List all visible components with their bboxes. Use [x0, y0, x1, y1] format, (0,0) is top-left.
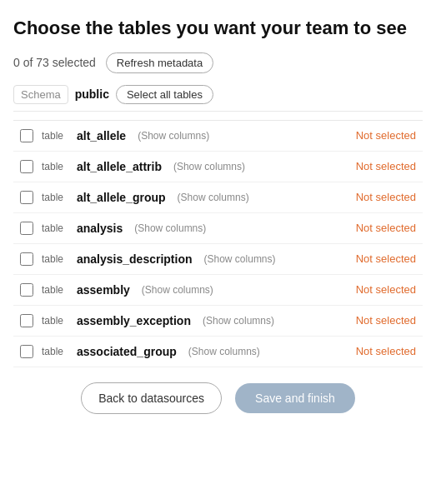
- footer: Back to datasources Save and finish: [13, 382, 423, 414]
- save-and-finish-button[interactable]: Save and finish: [235, 383, 355, 413]
- table-name: alt_allele_group: [77, 191, 166, 204]
- show-columns-link[interactable]: (Show columns): [142, 284, 213, 296]
- table-status: Not selected: [356, 252, 416, 265]
- table-row: tableassembly_exception(Show columns)Not…: [13, 306, 423, 337]
- table-type-badge: table: [42, 253, 68, 265]
- table-row: tablealt_allele(Show columns)Not selecte…: [13, 121, 423, 152]
- page-title: Choose the tables you want your team to …: [13, 17, 423, 41]
- table-row: tablealt_allele_group(Show columns)Not s…: [13, 182, 423, 213]
- table-checkbox[interactable]: [20, 222, 33, 235]
- table-name: associated_group: [77, 345, 177, 358]
- show-columns-link[interactable]: (Show columns): [203, 315, 274, 327]
- table-checkbox[interactable]: [20, 314, 33, 327]
- selection-count: 0 of 73 selected: [13, 56, 96, 69]
- table-checkbox[interactable]: [20, 129, 33, 142]
- select-all-button[interactable]: Select all tables: [116, 85, 213, 104]
- table-status: Not selected: [356, 191, 416, 203]
- table-type-badge: table: [42, 192, 68, 203]
- show-columns-link[interactable]: (Show columns): [138, 130, 209, 142]
- table-row: tableanalysis_description(Show columns)N…: [13, 244, 423, 275]
- table-type-badge: table: [42, 284, 68, 296]
- table-status: Not selected: [356, 129, 416, 142]
- refresh-metadata-button[interactable]: Refresh metadata: [106, 52, 213, 73]
- table-type-badge: table: [42, 222, 68, 234]
- back-to-datasources-button[interactable]: Back to datasources: [81, 382, 222, 414]
- schema-row: Schema public Select all tables: [13, 85, 423, 112]
- show-columns-link[interactable]: (Show columns): [134, 222, 206, 234]
- schema-value: public: [75, 87, 109, 101]
- table-checkbox[interactable]: [20, 345, 33, 358]
- show-columns-link[interactable]: (Show columns): [178, 192, 249, 203]
- table-name: analysis_description: [77, 252, 193, 266]
- table-name: alt_allele: [77, 129, 126, 142]
- subtitle-row: 0 of 73 selected Refresh metadata: [13, 52, 423, 73]
- show-columns-link[interactable]: (Show columns): [204, 253, 276, 265]
- table-name: analysis: [77, 222, 123, 235]
- schema-label: Schema: [13, 85, 68, 104]
- table-checkbox[interactable]: [20, 191, 33, 204]
- show-columns-link[interactable]: (Show columns): [173, 161, 245, 172]
- table-checkbox[interactable]: [20, 160, 33, 173]
- table-status: Not selected: [356, 283, 416, 296]
- table-status: Not selected: [356, 314, 416, 327]
- table-status: Not selected: [356, 222, 416, 234]
- table-status: Not selected: [356, 160, 416, 172]
- table-name: alt_allele_attrib: [77, 160, 162, 173]
- table-status: Not selected: [356, 345, 416, 357]
- table-row: tableassembly(Show columns)Not selected: [13, 275, 423, 306]
- table-list: tablealt_allele(Show columns)Not selecte…: [13, 120, 423, 367]
- table-checkbox[interactable]: [20, 283, 33, 297]
- table-type-badge: table: [42, 161, 68, 172]
- table-name: assembly: [77, 283, 130, 297]
- table-row: tableanalysis(Show columns)Not selected: [13, 213, 423, 244]
- table-type-badge: table: [42, 346, 68, 357]
- show-columns-link[interactable]: (Show columns): [188, 346, 260, 357]
- table-row: tableassociated_group(Show columns)Not s…: [13, 337, 423, 367]
- table-name: assembly_exception: [77, 314, 191, 327]
- table-row: tablealt_allele_attrib(Show columns)Not …: [13, 152, 423, 182]
- table-checkbox[interactable]: [20, 252, 33, 266]
- table-type-badge: table: [42, 130, 68, 142]
- table-type-badge: table: [42, 315, 68, 327]
